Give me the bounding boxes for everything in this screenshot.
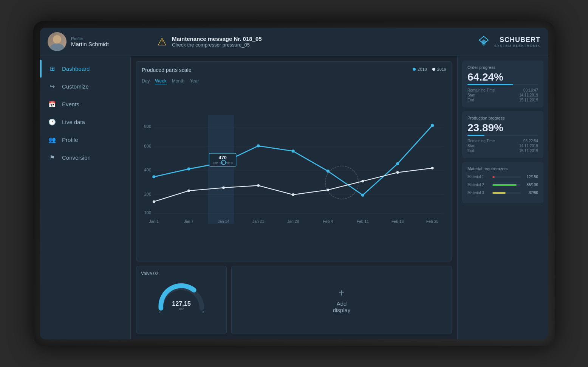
alert-icon: ⚠ [157,36,167,48]
svg-point-45 [325,166,359,199]
material-3-row: Material 3 37/80 [467,191,538,195]
bottom-cards: Valve 02 127,15 Bar 0 [136,266,452,334]
line-chart: 800 600 400 200 100 [142,87,446,257]
svg-text:Jan 14: Jan 14 [218,219,229,224]
gauge-svg: 127,15 Bar 0 2 [153,279,210,313]
order-progress-fill [467,84,513,85]
svg-text:0: 0 [159,310,161,313]
sidebar-item-conversion[interactable]: ⚑ Conversion [40,149,130,166]
device-inner: Profile Martin Schmidt ⚠ Maintenance mes… [40,28,548,339]
sidebar-item-customize[interactable]: ↪ Customize [40,78,130,95]
svg-text:470: 470 [219,155,227,160]
sidebar-item-dashboard[interactable]: ⊞ Dashboard [40,60,130,78]
production-progress-card: Production progress 23.89% Remaining Tim… [462,111,543,158]
right-panel: Order progress 64.24% Remaining Time 00:… [457,56,548,339]
user-name: Martin Schmidt [71,41,109,47]
sidebar-item-profile[interactable]: 👥 Profile [40,131,130,149]
profile-icon: 👥 [48,136,57,143]
svg-point-20 [361,194,364,197]
sidebar: ⊞ Dashboard ↪ Customize 📅 Events 🕐 Live … [40,56,131,339]
device-frame: Profile Martin Schmidt ⚠ Maintenance mes… [33,21,555,346]
svg-text:100: 100 [144,210,151,215]
logo-subtitle: SYSTEM ELEKTRONIK [494,44,540,48]
schubert-logo-icon [477,35,491,48]
svg-text:Bar: Bar [179,307,184,311]
production-progress-title: Production progress [467,116,538,120]
logo-text: SCHUBERT SYSTEM ELEKTRONIK [494,36,540,48]
material-requirements-card: Material requirements Material 1 12/150 … [462,162,543,203]
svg-text:Feb 4: Feb 4 [323,219,333,224]
legend-2018: 2018 [413,67,427,72]
sidebar-item-live-data[interactable]: 🕐 Live data [40,113,130,131]
logo-name: SCHUBERT [500,36,540,44]
material-3-fill [492,192,506,194]
order-remaining-row: Remaining Time 00:18:47 [467,88,538,92]
chart-control-month[interactable]: Month [172,78,184,84]
material-2-value: 85/100 [524,183,538,187]
legend-label-2018: 2018 [418,67,427,72]
svg-text:Jan 7: Jan 7 [184,219,194,224]
svg-point-25 [222,187,225,189]
svg-point-31 [431,167,434,170]
prod-start-row: Start 14.11.2019 [467,144,538,148]
dashboard-area: Produced parts scale 2018 2019 [131,56,457,339]
chart-control-day[interactable]: Day [142,78,150,84]
valve-title: Valve 02 [141,271,222,276]
valve-card: Valve 02 127,15 Bar 0 [136,266,227,334]
header: Profile Martin Schmidt ⚠ Maintenance mes… [40,28,548,56]
alert-text: Maintenance message Nr. 018_05 Check the… [172,36,262,48]
sidebar-item-label-dashboard: Dashboard [62,65,90,72]
material-1-bar [492,176,521,178]
order-start-row: Start 14.11.2019 [467,93,538,97]
alert-subtitle: Check the compressor pressure_05 [172,42,262,48]
chart-control-year[interactable]: Year [190,78,199,84]
sidebar-item-label-profile: Profile [62,137,78,143]
svg-point-14 [152,175,155,178]
svg-text:2: 2 [202,310,204,313]
events-icon: 📅 [48,101,57,108]
chart-legend: 2018 2019 [413,67,446,72]
livedata-icon: 🕐 [48,118,57,126]
add-display-text: + Add display [333,287,351,313]
alert-section: ⚠ Maintenance message Nr. 018_05 Check t… [146,36,457,48]
order-end-row: End 15.11.2019 [467,98,538,102]
material-1-value: 12/150 [524,175,538,179]
gauge-container: 127,15 Bar 0 2 [141,279,222,329]
svg-point-24 [187,190,190,192]
material-1-label: Material 1 [467,175,489,179]
legend-2019: 2019 [432,67,446,72]
production-progress-percent: 23.89% [467,122,538,134]
user-section: Profile Martin Schmidt [48,32,146,51]
material-1-row: Material 1 12/150 [467,175,538,179]
chart-controls: Day Week Month Year [142,78,446,84]
svg-text:Feb 18: Feb 18 [391,219,404,224]
legend-dot-2019 [432,68,435,71]
legend-dot-2018 [413,68,416,71]
svg-point-21 [396,162,399,165]
svg-text:400: 400 [144,168,151,173]
svg-text:Feb 11: Feb 11 [357,219,369,224]
svg-point-15 [187,168,190,171]
add-display-card[interactable]: + Add display [231,266,452,334]
svg-point-29 [361,180,364,182]
order-progress-percent: 64.24% [467,71,538,83]
svg-text:127,15: 127,15 [172,300,191,307]
material-3-bar [492,192,521,194]
user-info: Profile Martin Schmidt [71,36,109,47]
chart-control-week[interactable]: Week [155,78,166,84]
svg-point-17 [257,145,260,148]
prod-remaining-row: Remaining Time 03:22:54 [467,139,538,143]
svg-point-22 [431,124,434,127]
material-3-value: 37/80 [524,191,538,195]
order-progress-card: Order progress 64.24% Remaining Time 00:… [462,61,543,107]
user-label: Profile [71,36,109,41]
material-3-label: Material 3 [467,191,489,195]
alert-title: Maintenance message Nr. 018_05 [172,36,262,42]
avatar [48,32,67,51]
material-1-fill [492,176,495,178]
svg-text:Jan 28: Jan 28 [287,219,299,224]
order-progress-details: Remaining Time 00:18:47 Start 14.11.2019… [467,88,538,102]
svg-text:Jan 21: Jan 21 [252,219,264,224]
sidebar-item-events[interactable]: 📅 Events [40,95,130,113]
svg-point-27 [292,193,294,196]
